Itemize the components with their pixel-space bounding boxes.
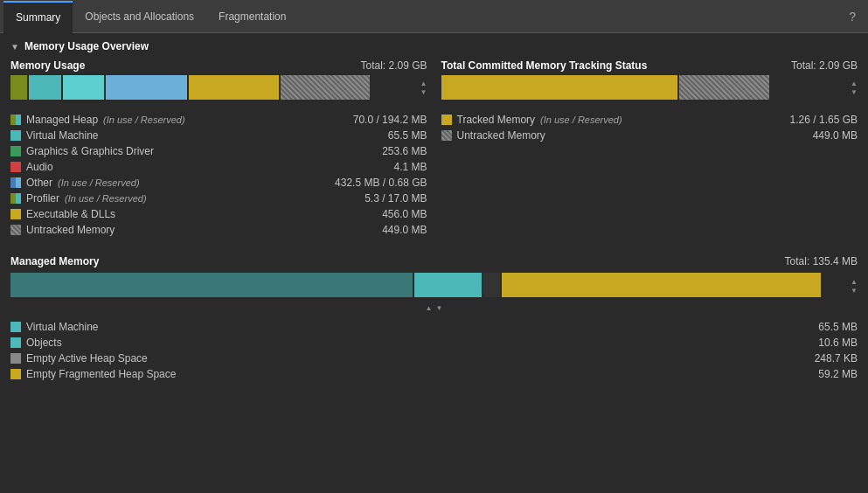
bar-untracked [281,75,371,100]
memory-overview-section: ▼ Memory Usage Overview Memory Usage Tot… [10,40,858,238]
managed-bar-area: ▲ ▼ [10,273,858,301]
managed-legend-vm: Virtual Machine 65.5 MB [10,319,858,335]
legend-exe: Executable & DLLs 456.0 MB [10,206,427,222]
memory-usage-bar-container [10,75,419,100]
tracked-bar-wrapper: ▲ ▼ [441,75,858,101]
managed-memory-section: Managed Memory Total: 135.4 MB ▲ ▼ [10,255,858,382]
legend-vm: Virtual Machine 65.5 MB [10,128,427,143]
tab-summary[interactable]: Summary [3,1,73,33]
overview-header: ▼ Memory Usage Overview [10,40,858,52]
legend-other: Other (In use / Reserved) 432.5 MB / 0.6… [10,175,427,191]
managed-scroll-arrows: ▲ ▼ [851,278,858,295]
legend-graphics: Graphics & Graphics Driver 253.6 MB [10,143,427,159]
collapse-triangle[interactable]: ▼ [10,42,19,52]
bar-other [106,75,187,100]
scroll-up-arrow[interactable]: ▲ [420,80,427,88]
managed-right-arrow[interactable]: ▼ [436,304,443,312]
managed-scroll-down[interactable]: ▼ [851,287,858,295]
managed-scroll-up[interactable]: ▲ [851,278,858,287]
scroll-down-arrow[interactable]: ▼ [420,88,427,97]
tracked-bars [441,75,850,101]
swatch-objects [10,337,21,348]
managed-bars-wrapper [10,273,849,301]
swatch-untracked-left [10,225,21,235]
managed-bar-container [10,273,849,297]
left-scroll-arrows: ▲ ▼ [420,80,427,97]
memory-usage-bar-wrapper: ▲ ▼ [10,75,427,101]
legend-profiler: Profiler (In use / Reserved) 5.3 / 17.0 … [10,191,427,206]
legend-audio: Audio 4.1 MB [10,159,427,175]
managed-header: Managed Memory Total: 135.4 MB [10,255,858,267]
tab-fragmentation[interactable]: Fragmentation [206,0,298,32]
legend-untracked-left: Untracked Memory 449.0 MB [10,222,427,238]
bar-managed-objects [414,273,482,297]
right-scroll-up[interactable]: ▲ [851,80,858,88]
tab-bar: Summary Objects and Allocations Fragment… [0,0,868,33]
bar-managed-heap-reserved [63,75,104,100]
swatch-tracked [441,115,452,125]
bar-tracked [441,75,678,100]
legend-tracked: Tracked Memory (In use / Reserved) 1.26 … [441,112,858,128]
tracked-bar-container [441,75,850,100]
swatch-graphics [10,146,21,156]
bar-exe [189,75,279,100]
tab-objects[interactable]: Objects and Allocations [73,0,206,32]
memory-usage-bars [10,75,419,101]
swatch-managed-heap [10,115,21,125]
two-column-layout: Memory Usage Total: 2.09 GB [10,59,858,238]
swatch-vm [10,130,21,141]
swatch-managed-vm [10,322,21,332]
swatch-other [10,177,21,188]
tracked-memory-col: Total Committed Memory Tracking Status T… [441,59,858,238]
memory-usage-col: Memory Usage Total: 2.09 GB [10,59,427,238]
swatch-empty-frag [10,369,21,379]
bar-managed-heap-used [10,75,27,100]
tracked-usage-header: Total Committed Memory Tracking Status T… [441,59,858,72]
help-icon[interactable]: ? [840,10,865,24]
managed-left-arrow[interactable]: ▲ [426,304,433,312]
swatch-untracked-right [441,130,452,141]
legend-managed-heap: Managed Heap (In use / Reserved) 70.0 / … [10,112,427,128]
managed-legend-objects: Objects 10.6 MB [10,335,858,351]
memory-usage-header: Memory Usage Total: 2.09 GB [10,59,427,72]
bar-untracked-right [679,75,769,100]
swatch-exe [10,209,21,219]
managed-legend-empty-active: Empty Active Heap Space 248.7 KB [10,351,858,366]
swatch-profiler [10,193,21,204]
right-scroll-arrows: ▲ ▼ [851,80,858,97]
swatch-audio [10,162,21,172]
bar-managed-vm [10,273,413,297]
managed-h-scroll: ▲ ▼ [10,304,858,312]
legend-untracked-right: Untracked Memory 449.0 MB [441,128,858,143]
bar-gap [483,273,500,297]
managed-legend-empty-frag: Empty Fragmented Heap Space 59.2 MB [10,366,858,382]
main-content: ▼ Memory Usage Overview Memory Usage Tot… [0,33,868,493]
swatch-empty-active [10,353,21,364]
right-scroll-down[interactable]: ▼ [851,88,858,97]
bar-managed-frag [502,273,820,297]
bar-vm [29,75,61,100]
